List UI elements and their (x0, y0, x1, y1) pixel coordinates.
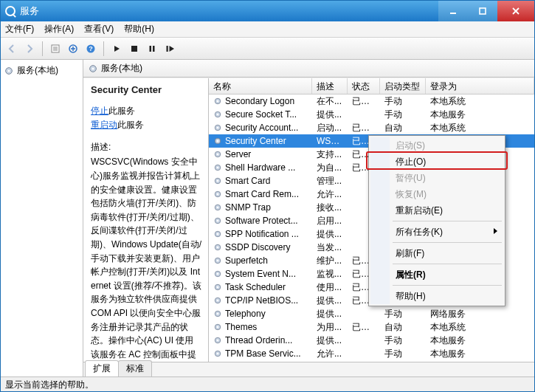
menu-view[interactable]: 查看(V) (84, 23, 114, 35)
col-status[interactable]: 状态 (348, 78, 380, 94)
service-logon: 本地服务 (426, 109, 534, 121)
detail-pane: Security Center 停止此服务 重启动此服务 描述: WSCSVC(… (83, 78, 209, 362)
gear-icon (213, 150, 222, 159)
window-title: 服务 (20, 4, 39, 18)
service-descr: 提供... (312, 295, 348, 307)
pause-service-icon[interactable] (144, 41, 160, 57)
gear-icon (213, 269, 222, 278)
minimize-button[interactable] (438, 1, 468, 21)
cm-alltasks-label: 所有任务(K) (396, 226, 443, 238)
gear-icon (213, 336, 222, 345)
properties-icon[interactable] (47, 41, 63, 57)
statusbar-text: 显示当前选择的帮助。 (5, 379, 94, 390)
maximize-button[interactable] (468, 1, 497, 21)
service-descr: 启用... (312, 215, 348, 227)
restart-link[interactable]: 重启动 (91, 120, 117, 130)
address-label: 服务(本地) (101, 62, 142, 75)
window-controls (438, 1, 534, 21)
stop-link[interactable]: 停止 (91, 106, 108, 116)
col-stype[interactable]: 启动类型 (380, 78, 426, 94)
description-text: WSCSVC(Windows 安全中心)服务监视并报告计算机上的安全健康设置。健… (91, 155, 202, 362)
view-tabs: 扩展 标准 (83, 362, 534, 376)
cm-restart[interactable]: 重新启动(E) (370, 202, 503, 219)
service-row[interactable]: TPM Base Servic...允许...手动本地服务 (209, 347, 534, 360)
start-service-icon[interactable] (108, 41, 125, 57)
service-logon: 本地系统 (426, 321, 534, 334)
col-logon[interactable]: 登录为 (426, 78, 534, 94)
service-name: Security Account... (225, 123, 298, 133)
cm-resume[interactable]: 恢复(M) (370, 186, 503, 202)
tab-standard[interactable]: 标准 (118, 360, 152, 376)
service-name: Server (225, 149, 251, 159)
cm-refresh[interactable]: 刷新(F) (370, 245, 503, 261)
gear-icon (213, 163, 222, 172)
service-name: Smart Card (225, 176, 270, 186)
cm-alltasks[interactable]: 所有任务(K) (370, 224, 503, 240)
menu-file[interactable]: 文件(F) (5, 23, 34, 35)
service-start-type: 手动 (380, 95, 426, 108)
restart-service-icon[interactable] (162, 41, 178, 57)
service-descr: 允许... (312, 348, 348, 360)
svg-marker-15 (114, 46, 120, 52)
service-name: Smart Card Rem... (225, 189, 299, 199)
service-title: Security Center (91, 84, 202, 95)
close-button[interactable] (497, 1, 534, 21)
stop-service-icon[interactable] (126, 41, 142, 57)
gear-icon (213, 296, 222, 305)
service-row[interactable]: Secure Socket T...提供...手动本地服务 (209, 108, 534, 121)
svg-rect-18 (153, 46, 155, 52)
menu-action[interactable]: 操作(A) (44, 23, 74, 35)
service-name: Software Protect... (225, 216, 298, 226)
restart-link-suffix: 此服务 (117, 120, 144, 130)
menu-help[interactable]: 帮助(H) (124, 23, 154, 35)
service-logon: 本地系统 (426, 122, 534, 134)
service-logon: 本地服务 (426, 348, 534, 360)
service-start-type: 手动 (380, 348, 426, 360)
statusbar: 显示当前选择的帮助。 (1, 376, 534, 391)
service-name: SSDP Discovery (225, 242, 290, 252)
service-row[interactable]: Telephony提供...手动网络服务 (209, 307, 534, 320)
service-row[interactable]: Themes为用...已启动自动本地系统 (209, 320, 534, 334)
service-name: Security Center (225, 136, 286, 146)
menubar: 文件(F) 操作(A) 查看(V) 帮助(H) (1, 21, 534, 38)
service-name: TCP/IP NetBIOS... (225, 295, 298, 306)
forward-button[interactable] (21, 41, 38, 57)
service-start-type: 手动 (380, 109, 426, 121)
cm-props[interactable]: 属性(R) (370, 267, 503, 283)
service-start-type: 自动 (380, 122, 426, 134)
gear-icon (213, 176, 222, 185)
service-status: 已启动 (348, 122, 380, 134)
service-descr: 支持... (312, 148, 348, 161)
toolbar: ? (1, 38, 534, 60)
gear-icon (213, 123, 222, 132)
gear-icon (88, 63, 98, 74)
cm-props-label: 属性(R) (396, 269, 426, 281)
service-logon: 本地系统 (426, 95, 534, 108)
gear-icon (213, 97, 222, 106)
cm-stop[interactable]: 停止(O) (370, 154, 503, 170)
cm-help[interactable]: 帮助(H) (370, 288, 503, 304)
service-descr: 提供... (312, 308, 348, 320)
tab-extended[interactable]: 扩展 (85, 360, 119, 376)
service-start-type: 手动 (380, 308, 426, 320)
service-descr: 为自... (312, 162, 348, 174)
cm-start[interactable]: 启动(S) (370, 137, 503, 154)
gear-icon (213, 110, 222, 119)
service-row[interactable]: Secondary Logon在不...已启动手动本地系统 (209, 94, 534, 108)
service-row[interactable]: Security Account...启动...已启动自动本地系统 (209, 121, 534, 134)
col-name[interactable]: 名称 (209, 78, 312, 94)
export-icon[interactable] (65, 41, 81, 57)
service-row[interactable]: Thread Orderin...提供...手动本地服务 (209, 334, 534, 347)
back-button[interactable] (4, 41, 20, 57)
gear-icon (213, 230, 222, 238)
service-descr: 接收... (312, 202, 348, 214)
context-menu: 启动(S) 停止(O) 暂停(U) 恢复(M) 重新启动(E) 所有任务(K) … (368, 135, 505, 306)
help-icon[interactable]: ? (83, 41, 99, 57)
cm-pause[interactable]: 暂停(U) (370, 170, 503, 186)
gear-icon (213, 309, 222, 318)
service-name: Themes (225, 322, 257, 332)
col-descr[interactable]: 描述 (312, 78, 348, 94)
service-name: SPP Notification ... (225, 229, 299, 239)
gear-icon (213, 349, 222, 358)
tree-root-services[interactable]: 服务(本地) (2, 63, 81, 78)
